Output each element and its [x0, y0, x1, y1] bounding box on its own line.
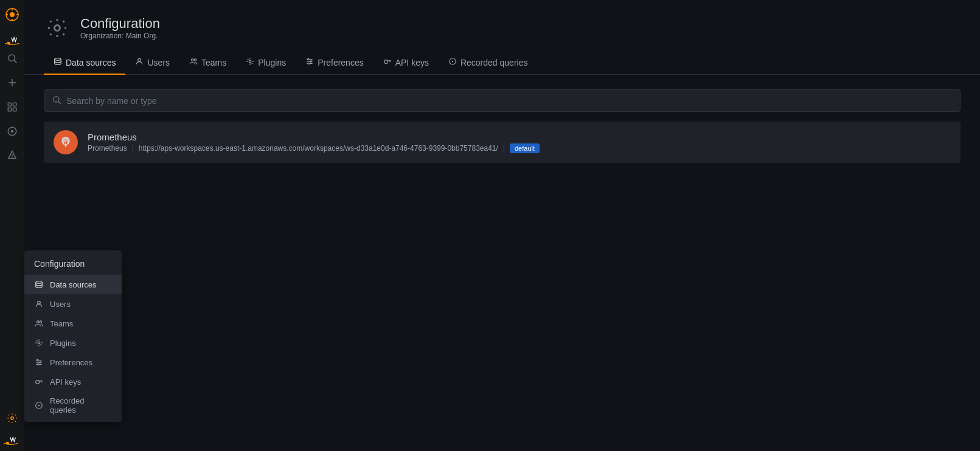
svg-line-49 [248, 59, 249, 60]
config-sidebar-icon[interactable] [1, 407, 23, 429]
tab-recordedqueries-icon [448, 57, 457, 67]
search-input[interactable] [66, 96, 953, 106]
svg-point-46 [249, 60, 252, 63]
page-title: Configuration [80, 16, 160, 32]
recorded-queries-icon [34, 401, 44, 410]
tab-plugins-label: Plugins [258, 58, 286, 67]
svg-rect-13 [13, 108, 16, 111]
add-sidebar-icon[interactable] [1, 72, 23, 94]
svg-point-42 [55, 58, 61, 61]
svg-point-36 [36, 380, 40, 384]
aws-logo-top[interactable] [2, 34, 22, 46]
flyout-item-apikeys[interactable]: API keys [24, 372, 122, 391]
svg-point-22 [40, 321, 42, 323]
svg-point-20 [38, 301, 41, 304]
explore-sidebar-icon[interactable] [1, 120, 23, 142]
tab-recordedqueries[interactable]: Recorded queries [439, 51, 538, 75]
svg-point-59 [384, 60, 387, 64]
tab-apikeys-label: API keys [395, 58, 429, 67]
dashboards-sidebar-icon[interactable] [1, 96, 23, 118]
datasource-url: https://aps-workspaces.us-east-1.amazona… [139, 144, 498, 153]
svg-point-58 [308, 63, 310, 64]
flyout-label-preferences: Preferences [50, 358, 92, 367]
svg-point-63 [452, 61, 453, 62]
tabs-bar: Data sources Users Teams Plugins Prefere… [24, 51, 980, 75]
flyout-item-plugins[interactable]: Plugins [24, 333, 122, 353]
flyout-item-datasources[interactable]: Data sources [24, 275, 122, 294]
svg-point-1 [10, 12, 15, 17]
svg-line-50 [252, 63, 253, 64]
page-header-text: Configuration Organization: Main Org. [80, 16, 160, 40]
config-page-icon [44, 15, 71, 41]
datasource-type: Prometheus [88, 144, 127, 153]
svg-point-64 [54, 97, 59, 102]
datasource-name: Prometheus [88, 132, 951, 142]
default-badge: default [510, 143, 540, 153]
svg-point-41 [55, 26, 60, 31]
svg-point-45 [194, 59, 196, 61]
svg-line-27 [40, 344, 41, 345]
datasource-meta: Prometheus | https://aps-workspaces.us-e… [88, 143, 951, 153]
flyout-item-recordedqueries[interactable]: Recorded queries [24, 391, 122, 419]
content-area: Prometheus Prometheus | https://aps-work… [24, 75, 980, 177]
tab-preferences[interactable]: Preferences [296, 51, 373, 75]
tab-apikeys[interactable]: API keys [374, 51, 439, 75]
flyout-item-users[interactable]: Users [24, 294, 122, 314]
prometheus-logo [54, 130, 78, 154]
flyout-title: Configuration [24, 253, 122, 275]
plugin-icon [34, 338, 44, 348]
aws-logo-bottom[interactable] [1, 434, 21, 446]
tab-datasources[interactable]: Data sources [44, 51, 125, 75]
flyout-label-datasources: Data sources [50, 280, 97, 289]
flyout-item-teams[interactable]: Teams [24, 314, 122, 333]
svg-point-18 [11, 417, 14, 420]
flyout-label-apikeys: API keys [50, 377, 81, 387]
user-icon [34, 299, 44, 309]
svg-rect-10 [8, 103, 11, 106]
tab-users-label: Users [147, 58, 170, 67]
svg-line-65 [58, 102, 61, 104]
page-header: Configuration Organization: Main Org. [24, 0, 980, 51]
alerts-sidebar-icon[interactable] [1, 145, 23, 167]
tab-plugin-icon [246, 57, 254, 67]
svg-point-17 [12, 157, 13, 159]
datasource-info: Prometheus Prometheus | https://aps-work… [88, 132, 951, 153]
sliders-icon [34, 357, 44, 367]
svg-point-19 [36, 281, 43, 284]
svg-line-7 [14, 60, 16, 63]
svg-point-21 [37, 321, 40, 323]
grafana-logo[interactable] [2, 5, 22, 24]
svg-point-68 [63, 138, 69, 143]
tab-teams[interactable]: Teams [179, 51, 236, 75]
flyout-menu: Configuration Data sources Users Teams P… [24, 250, 122, 422]
svg-rect-11 [13, 103, 16, 106]
flyout-item-preferences[interactable]: Preferences [24, 353, 122, 372]
tab-users[interactable]: Users [125, 51, 179, 75]
svg-point-57 [310, 61, 311, 62]
flyout-label-recordedqueries: Recorded queries [50, 396, 112, 415]
flyout-label-plugins: Plugins [50, 339, 76, 348]
search-icon-inline [52, 95, 61, 106]
svg-point-15 [11, 130, 14, 133]
separator: | [132, 144, 134, 153]
svg-point-6 [9, 55, 15, 61]
sidebar [0, 0, 24, 451]
separator2: | [503, 144, 505, 153]
tab-teams-icon [189, 57, 198, 67]
teams-icon [34, 318, 44, 328]
tab-datasources-label: Data sources [66, 58, 116, 67]
svg-point-35 [38, 363, 39, 365]
tab-db-icon [54, 57, 62, 67]
tab-recordedqueries-label: Recorded queries [460, 58, 528, 67]
svg-point-23 [38, 342, 40, 344]
tab-plugins[interactable]: Plugins [236, 51, 296, 75]
tab-sliders-icon [305, 57, 314, 67]
svg-point-43 [138, 58, 141, 61]
svg-line-26 [36, 340, 38, 342]
tab-user-icon [135, 57, 144, 67]
search-container[interactable] [44, 89, 961, 112]
datasource-row[interactable]: Prometheus Prometheus | https://aps-work… [44, 122, 961, 163]
svg-point-34 [40, 362, 41, 363]
search-sidebar-icon[interactable] [1, 47, 23, 69]
main-content: Configuration Organization: Main Org. Da… [24, 0, 980, 451]
